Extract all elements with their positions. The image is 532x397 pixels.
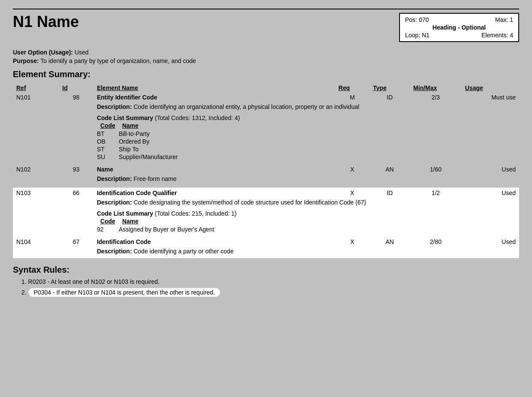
cell-ref: N103 xyxy=(13,187,59,198)
code-name: Ship To xyxy=(119,145,185,153)
name-col-header: Name xyxy=(119,217,221,226)
purpose-line: Purpose: To identify a party by type of … xyxy=(13,57,519,64)
info-box-row-2: Heading - Optional xyxy=(405,24,513,31)
cl-summary: (Total Codes: 215, Included: 1) xyxy=(155,210,237,217)
user-option-value: Used xyxy=(75,49,89,56)
cell-usage: Used xyxy=(462,237,519,247)
code-name: Bill-to-Party xyxy=(119,130,185,138)
code-name: Supplier/Manufacturer xyxy=(119,153,185,161)
meta-section: User Option (Usage): Used Purpose: To id… xyxy=(13,49,519,64)
cell-usage: Used xyxy=(462,187,519,198)
table-header-row: Ref Id Element Name Req Type Min/Max Usa… xyxy=(13,84,519,92)
cl-title: Code List Summary xyxy=(97,114,153,121)
cell-id: 98 xyxy=(59,92,93,102)
cell-id: 66 xyxy=(59,187,93,198)
code-table: Code Name BT Bill-to-Party OB Ordered By… xyxy=(97,121,185,161)
code-table-header: Code Name xyxy=(97,217,221,226)
desc-text: Code designating the system/method of co… xyxy=(133,199,366,206)
purpose-value: To identify a party by type of organizat… xyxy=(40,57,196,64)
col-header-ref: Ref xyxy=(13,84,59,92)
pos-label: Pos: 070 xyxy=(405,16,429,23)
cell-name: Name xyxy=(93,164,335,174)
loop-label: Loop: N1 xyxy=(405,32,430,39)
code-list-row: Code List Summary (Total Codes: 1312, In… xyxy=(13,114,519,164)
user-option-line: User Option (Usage): Used xyxy=(13,49,519,56)
syntax-rules-list: 1. R0203 - At least one of N102 or N103 … xyxy=(13,278,519,297)
code-value: ST xyxy=(97,145,119,153)
cell-name: Identification Code xyxy=(93,237,335,247)
cell-type: ID xyxy=(370,92,410,102)
cell-name: Entity Identifier Code xyxy=(93,92,335,102)
desc-spacer xyxy=(13,247,93,258)
table-row: N101 98 Entity Identifier Code M ID 2/3 … xyxy=(13,92,519,102)
syntax-rule-item: 1. R0203 - At least one of N102 or N103 … xyxy=(21,278,519,285)
cl-spacer xyxy=(13,209,93,237)
desc-row: Description: Code designating the system… xyxy=(13,198,519,209)
desc-content: Description: Code identifying a party or… xyxy=(93,247,519,258)
desc-content: Description: Code identifying an organiz… xyxy=(93,102,519,114)
col-header-req: Req xyxy=(335,84,370,92)
cl-summary: (Total Codes: 1312, Included: 4) xyxy=(155,114,240,121)
code-list-title-text: Code List Summary (Total Codes: 1312, In… xyxy=(97,114,516,121)
desc-content: Description: Code designating the system… xyxy=(93,198,519,209)
name-col-header: Name xyxy=(119,121,185,130)
user-option-label: User Option (Usage): xyxy=(13,49,73,56)
cell-minmax: 1/2 xyxy=(410,187,462,198)
code-value: SU xyxy=(97,153,119,161)
desc-text: Code identifying an organizational entit… xyxy=(133,103,359,110)
element-summary-title: Element Summary: xyxy=(13,69,519,79)
code-value: 92 xyxy=(97,226,119,233)
desc-spacer xyxy=(13,102,93,114)
header-row: N1 Name Pos: 070 Max: 1 Heading - Option… xyxy=(13,9,519,42)
info-box: Pos: 070 Max: 1 Heading - Optional Loop:… xyxy=(399,13,519,42)
rule-text: R0203 - At least one of N102 or N103 is … xyxy=(28,278,160,285)
cell-type: AN xyxy=(370,237,410,247)
cell-ref: N102 xyxy=(13,164,59,174)
col-header-id: Id xyxy=(59,84,93,92)
cell-ref: N101 xyxy=(13,92,59,102)
cell-usage: Used xyxy=(462,164,519,174)
cell-usage: Must use xyxy=(462,92,519,102)
code-list-title-text: Code List Summary (Total Codes: 215, Inc… xyxy=(97,210,516,217)
cell-req: X xyxy=(335,164,370,174)
element-table: Ref Id Element Name Req Type Min/Max Usa… xyxy=(13,84,519,258)
desc-label: Description: xyxy=(97,103,132,110)
desc-row: Description: Code identifying an organiz… xyxy=(13,102,519,114)
code-row: SU Supplier/Manufacturer xyxy=(97,153,185,161)
cell-name: Identification Code Qualifier xyxy=(93,187,335,198)
desc-text: Free-form name xyxy=(133,175,176,182)
cell-req: X xyxy=(335,187,370,198)
code-table-header: Code Name xyxy=(97,121,185,130)
desc-content: Description: Free-form name xyxy=(93,174,519,186)
code-name: Assigned by Buyer or Buyer's Agent xyxy=(119,226,221,233)
code-table: Code Name 92 Assigned by Buyer or Buyer'… xyxy=(97,217,221,233)
code-col-header: Code xyxy=(97,217,119,226)
page-container: N1 Name Pos: 070 Max: 1 Heading - Option… xyxy=(9,4,523,304)
heading-label: Heading - Optional xyxy=(433,24,486,31)
code-value: BT xyxy=(97,130,119,138)
cell-minmax: 2/3 xyxy=(410,92,462,102)
code-row: OB Ordered By xyxy=(97,138,185,145)
cell-id: 67 xyxy=(59,237,93,247)
segment-title: N1 Name xyxy=(13,13,79,31)
rule-text-highlighted: P0304 - If either N103 or N104 is presen… xyxy=(28,288,221,297)
cell-minmax: 2/80 xyxy=(410,237,462,247)
col-header-type: Type xyxy=(370,84,410,92)
table-row: N102 93 Name X AN 1/60 Used xyxy=(13,164,519,174)
desc-label: Description: xyxy=(97,248,132,255)
table-row: N104 67 Identification Code X AN 2/80 Us… xyxy=(13,237,519,247)
elements-label: Elements: 4 xyxy=(481,32,513,39)
code-col-header: Code xyxy=(97,121,119,130)
code-row: 92 Assigned by Buyer or Buyer's Agent xyxy=(97,226,221,233)
desc-spacer xyxy=(13,174,93,186)
cell-type: AN xyxy=(370,164,410,174)
desc-spacer xyxy=(13,198,93,209)
cl-content: Code List Summary (Total Codes: 1312, In… xyxy=(93,114,519,164)
max-label: Max: 1 xyxy=(495,16,513,23)
code-value: OB xyxy=(97,138,119,145)
cell-ref: N104 xyxy=(13,237,59,247)
cl-spacer xyxy=(13,114,93,164)
purpose-label: Purpose: xyxy=(13,57,39,64)
cl-content: Code List Summary (Total Codes: 215, Inc… xyxy=(93,209,519,237)
desc-row: Description: Free-form name xyxy=(13,174,519,186)
